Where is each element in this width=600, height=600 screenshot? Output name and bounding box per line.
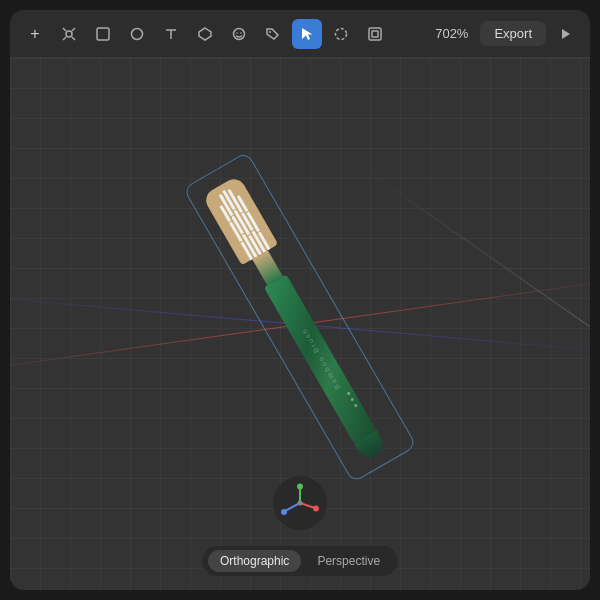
select-tool-button[interactable] [292, 19, 322, 49]
polygon-tool-button[interactable] [190, 19, 220, 49]
svg-line-22 [285, 503, 300, 511]
svg-line-3 [63, 37, 66, 40]
svg-point-6 [132, 28, 143, 39]
tag-tool-button[interactable] [258, 19, 288, 49]
svg-point-19 [313, 506, 319, 512]
add-button[interactable]: + [20, 19, 50, 49]
axis-z-line [358, 164, 590, 564]
brush-handle: Bamboo Brush [264, 274, 377, 443]
play-button[interactable] [550, 19, 580, 49]
rect-tool-button[interactable] [88, 19, 118, 49]
frame-tool-button[interactable] [360, 19, 390, 49]
svg-point-24 [298, 501, 303, 506]
orthographic-view-button[interactable]: Orthographic [208, 550, 301, 572]
axis-widget[interactable] [273, 476, 327, 530]
smiley-tool-button[interactable] [224, 19, 254, 49]
svg-point-13 [269, 31, 271, 33]
svg-marker-17 [562, 29, 570, 39]
bristles [213, 185, 270, 261]
svg-point-10 [234, 28, 245, 39]
handle-dots [347, 391, 358, 407]
svg-point-14 [336, 28, 347, 39]
export-button[interactable]: Export [480, 21, 546, 46]
svg-line-2 [72, 28, 75, 31]
svg-point-11 [236, 32, 238, 34]
svg-point-21 [297, 484, 303, 490]
brand-text: Bamboo Brush [299, 326, 340, 390]
svg-line-4 [72, 37, 75, 40]
zoom-display[interactable]: 702% [427, 22, 476, 45]
svg-rect-15 [369, 28, 381, 40]
app-container: + 70 [10, 10, 590, 590]
move-tool-button[interactable] [54, 19, 84, 49]
svg-marker-9 [199, 28, 211, 40]
viewport[interactable]: Bamboo Brush [10, 58, 590, 590]
crop-tool-button[interactable] [326, 19, 356, 49]
svg-point-12 [240, 32, 242, 34]
toolbar: + 70 [10, 10, 590, 58]
svg-line-1 [63, 28, 66, 31]
axis-widget-svg [280, 483, 320, 523]
view-mode-bar: Orthographic Perspective [202, 546, 398, 576]
text-tool-button[interactable] [156, 19, 186, 49]
svg-point-0 [66, 31, 72, 37]
toothbrush-model[interactable]: Bamboo Brush [194, 170, 406, 477]
svg-rect-16 [372, 31, 378, 37]
svg-rect-5 [97, 28, 109, 40]
circle-tool-button[interactable] [122, 19, 152, 49]
perspective-view-button[interactable]: Perspective [305, 550, 392, 572]
svg-point-23 [281, 509, 287, 515]
